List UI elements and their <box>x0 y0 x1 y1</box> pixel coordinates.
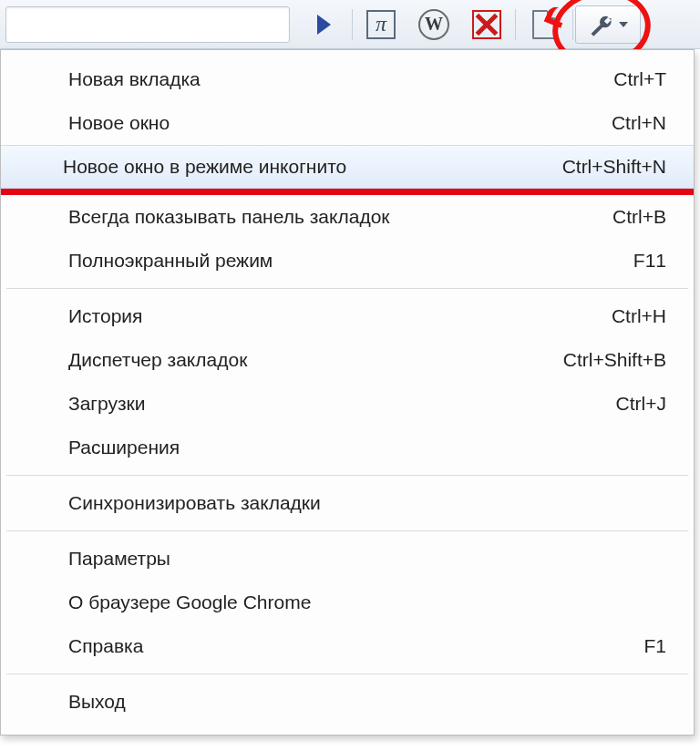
menu-item[interactable]: ЗагрузкиCtrl+J <box>1 382 694 426</box>
menu-item-label: Синхронизировать закладки <box>68 492 666 514</box>
menu-separator <box>6 530 688 531</box>
wrench-dropdown-menu: Новая вкладкаCtrl+TНовое окноCtrl+NНовое… <box>0 49 695 736</box>
address-bar[interactable] <box>5 6 290 43</box>
menu-item-label: О браузере Google Chrome <box>68 592 666 613</box>
block-button[interactable] <box>464 6 510 43</box>
chevron-down-icon <box>619 22 628 27</box>
menu-item-shortcut: F11 <box>633 250 666 272</box>
toolbar-separator <box>515 9 516 40</box>
play-icon <box>317 15 331 35</box>
menu-item-label: Загрузки <box>68 393 616 415</box>
menu-item[interactable]: ИсторияCtrl+H <box>1 294 694 338</box>
play-button[interactable] <box>301 6 346 43</box>
wrench-icon <box>588 12 613 37</box>
menu-item[interactable]: СправкаF1 <box>1 624 694 668</box>
toolbar: π W <box>0 0 700 49</box>
annotation-underline <box>1 189 694 195</box>
wikipedia-button[interactable]: W <box>411 6 457 43</box>
menu-item-label: Новое окно <box>68 112 612 134</box>
menu-item-label: Справка <box>68 635 643 657</box>
toolbar-separator <box>572 9 573 40</box>
math-pi-button[interactable]: π <box>358 6 404 43</box>
menu-item-shortcut: Ctrl+B <box>612 206 666 228</box>
menu-item[interactable]: Всегда показывать панель закладокCtrl+B <box>1 195 694 239</box>
new-document-button[interactable] <box>521 6 567 43</box>
menu-item[interactable]: Новое окноCtrl+N <box>1 101 694 145</box>
menu-item[interactable]: О браузере Google Chrome <box>1 581 694 624</box>
menu-item[interactable]: Параметры <box>1 537 694 581</box>
menu-item[interactable]: Расширения <box>1 426 694 469</box>
menu-item-label: Всегда показывать панель закладок <box>68 206 612 228</box>
menu-item-label: Расширения <box>68 437 666 458</box>
menu-item-shortcut: Ctrl+H <box>612 305 666 327</box>
red-x-icon <box>472 10 501 39</box>
menu-item[interactable]: Полноэкранный режимF11 <box>1 239 694 283</box>
document-icon <box>532 10 556 39</box>
menu-item-label: Новое окно в режиме инкогнито <box>63 156 562 178</box>
menu-item[interactable]: Диспетчер закладокCtrl+Shift+B <box>1 338 694 382</box>
menu-separator <box>6 288 688 289</box>
menu-item-shortcut: Ctrl+J <box>616 393 666 415</box>
menu-item[interactable]: Синхронизировать закладки <box>1 481 694 525</box>
menu-item-label: Выход <box>68 691 666 713</box>
menu-separator <box>6 475 688 476</box>
menu-separator <box>6 674 688 674</box>
menu-item-shortcut: Ctrl+Shift+B <box>563 349 666 371</box>
menu-item-shortcut: Ctrl+Shift+N <box>562 156 666 178</box>
menu-item-label: Диспетчер закладок <box>68 349 563 371</box>
menu-item-label: История <box>68 305 612 327</box>
pi-icon: π <box>366 10 396 39</box>
wikipedia-icon: W <box>418 9 449 40</box>
menu-item-label: Новая вкладка <box>68 68 613 90</box>
menu-item-shortcut: F1 <box>643 635 666 657</box>
toolbar-separator <box>352 9 353 40</box>
menu-item-label: Параметры <box>68 548 666 570</box>
menu-item-label: Полноэкранный режим <box>68 250 633 272</box>
wrench-menu-button[interactable] <box>575 5 641 44</box>
menu-item[interactable]: Выход <box>1 680 694 724</box>
menu-item[interactable]: Новое окно в режиме инкогнитоCtrl+Shift+… <box>1 145 694 189</box>
menu-item-shortcut: Ctrl+N <box>612 112 666 134</box>
menu-item[interactable]: Новая вкладкаCtrl+T <box>1 57 694 101</box>
menu-item-shortcut: Ctrl+T <box>613 68 666 90</box>
